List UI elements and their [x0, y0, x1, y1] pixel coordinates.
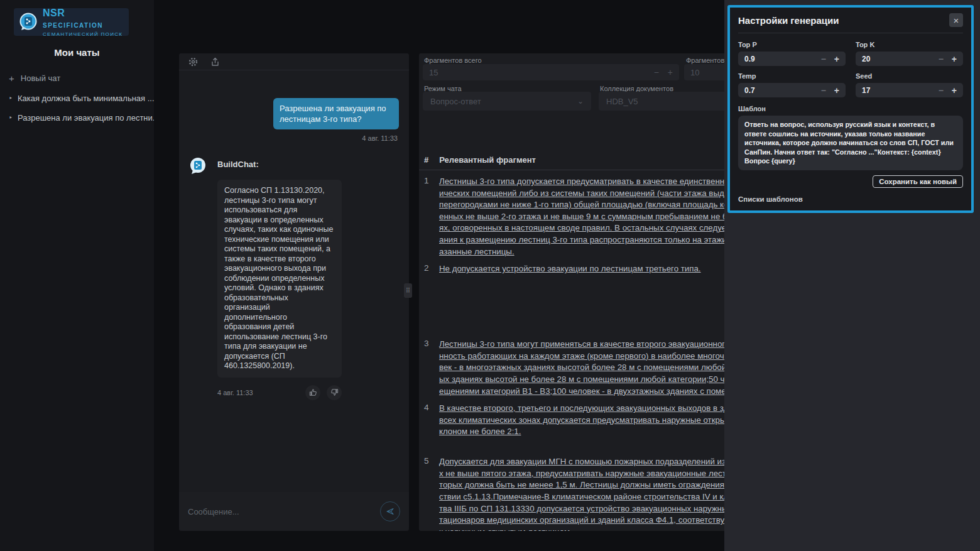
fragments-answer-value: 10: [690, 68, 699, 77]
plus-stepper[interactable]: +: [834, 85, 839, 95]
template-textarea[interactable]: Ответь на вопрос, используя русский язык…: [738, 116, 963, 170]
fragments-total-input[interactable]: 15 − +: [423, 64, 679, 80]
fragment-number: 4: [424, 403, 432, 450]
minus-stepper[interactable]: −: [939, 85, 944, 95]
header-title: Релевантный фрагмент: [439, 155, 536, 165]
plus-stepper[interactable]: +: [668, 67, 673, 77]
nsr-logo-icon: [19, 13, 38, 31]
fragments-total-label: Фрагментов всего: [424, 57, 482, 64]
chevron-right-icon: ‣: [9, 95, 13, 102]
minus-stepper[interactable]: −: [821, 85, 826, 95]
top-p-field: Top P 0.9 − +: [738, 41, 846, 66]
plus-stepper[interactable]: +: [952, 85, 957, 95]
assistant-name: BuildChat:: [217, 160, 259, 169]
top-k-input[interactable]: 20 − +: [856, 52, 963, 66]
assistant-message-row: BuildChat:: [189, 157, 399, 175]
user-message-time: 4 авг. 11:33: [189, 134, 398, 142]
my-chats-title: Мои чаты: [0, 47, 154, 58]
chat-toolbar: [179, 53, 409, 70]
settings-drawer: Настройки генерации × Top P 0.9 − + Top …: [724, 0, 980, 551]
chevron-down-icon: ⌄: [577, 97, 584, 106]
chat-mode-select[interactable]: Вопрос-ответ ⌄: [423, 92, 591, 111]
seed-label: Seed: [856, 72, 963, 80]
fragment-number: 3: [424, 339, 432, 397]
header-num: #: [424, 155, 428, 165]
new-chat-label: Новый чат: [21, 74, 60, 83]
message-input[interactable]: Сообщение...: [179, 492, 409, 531]
fragment-number: 5: [424, 456, 432, 531]
panel-resize-handle[interactable]: ⠿: [404, 283, 412, 298]
plus-stepper[interactable]: +: [834, 54, 839, 64]
fragments-total-value: 15: [429, 68, 438, 77]
assistant-message-footer: 4 авг. 11:33: [217, 385, 342, 400]
sidebar: NSR SPECIFICATION СЕМАНТИЧЕСКИЙ ПОИСК Мо…: [0, 0, 154, 551]
top-p-label: Top P: [738, 41, 846, 48]
save-as-new-button[interactable]: Сохранить как новый: [873, 175, 963, 188]
minus-stepper[interactable]: −: [939, 54, 944, 64]
generation-settings-panel: Настройки генерации × Top P 0.9 − + Top …: [727, 5, 974, 213]
seed-field: Seed 17 − +: [856, 72, 963, 97]
top-p-value: 0.9: [744, 55, 755, 63]
app-root: NSR SPECIFICATION СЕМАНТИЧЕСКИЙ ПОИСК Мо…: [0, 0, 980, 551]
templates-list-label: Списки шаблонов: [738, 195, 963, 203]
app-logo: NSR SPECIFICATION СЕМАНТИЧЕСКИЙ ПОИСК: [14, 8, 129, 36]
message-input-placeholder: Сообщение...: [188, 507, 239, 516]
top-p-input[interactable]: 0.9 − +: [738, 52, 846, 66]
fragment-link[interactable]: Не допускается устройство эвакуации по л…: [439, 263, 701, 333]
chat-item-label: Какая должна быть минимальная ...: [18, 94, 154, 103]
fragment-number: 2: [424, 263, 432, 333]
plus-stepper[interactable]: +: [952, 54, 957, 64]
collection-value: HDB_V5: [606, 97, 638, 106]
chat-mode-value: Вопрос-ответ: [430, 97, 481, 106]
send-button[interactable]: [380, 501, 400, 521]
sidebar-chat-item-2[interactable]: ‣ Разрешена ли эвакуация по лестни...: [9, 113, 154, 123]
seed-value: 17: [862, 86, 870, 95]
thumbs-up-icon[interactable]: [305, 385, 320, 400]
plus-icon: +: [9, 73, 14, 84]
thumbs-down-icon[interactable]: [327, 385, 342, 400]
top-k-value: 20: [862, 55, 870, 63]
chat-panel: Разрешена ли эвакуация по лестницам 3-го…: [179, 53, 409, 531]
logo-title: NSR: [43, 8, 65, 18]
logo-subtitle: SPECIFICATION: [43, 22, 103, 29]
temp-input[interactable]: 0.7 − +: [738, 83, 846, 97]
seed-input[interactable]: 17 − +: [856, 83, 963, 97]
temp-field: Temp 0.7 − +: [738, 72, 846, 97]
close-icon[interactable]: ×: [949, 13, 963, 27]
buildchat-avatar: [189, 157, 207, 175]
assistant-message-time: 4 авг. 11:33: [217, 389, 253, 396]
logo-tagline: СЕМАНТИЧЕСКИЙ ПОИСК: [43, 31, 124, 37]
sidebar-chat-item-1[interactable]: ‣ Какая должна быть минимальная ...: [9, 94, 154, 103]
minus-stepper[interactable]: −: [654, 67, 659, 77]
temp-value: 0.7: [744, 86, 755, 95]
chat-messages: Разрешена ли эвакуация по лестницам 3-го…: [179, 70, 409, 492]
assistant-message-bubble: Согласно СП 1.13130.2020, лестницы 3-го …: [217, 180, 342, 378]
top-k-label: Top K: [856, 41, 963, 48]
share-export-icon[interactable]: [210, 57, 220, 67]
chat-item-label: Разрешена ли эвакуация по лестни...: [18, 113, 154, 123]
chevron-right-icon: ‣: [9, 114, 13, 121]
template-label: Шаблон: [738, 105, 963, 112]
new-chat-button[interactable]: + Новый чат: [9, 73, 154, 84]
settings-title: Настройки генерации: [738, 15, 839, 26]
minus-stepper[interactable]: −: [821, 54, 826, 64]
user-message-bubble: Разрешена ли эвакуация по лестницам 3-го…: [273, 98, 399, 129]
grip-dots-icon: ⠿: [406, 287, 410, 294]
gear-icon[interactable]: [188, 57, 199, 67]
fragment-number: 1: [424, 176, 432, 258]
logo-text: NSR SPECIFICATION СЕМАНТИЧЕСКИЙ ПОИСК: [43, 8, 124, 37]
top-k-field: Top K 20 − +: [856, 41, 963, 66]
temp-label: Temp: [738, 72, 846, 80]
